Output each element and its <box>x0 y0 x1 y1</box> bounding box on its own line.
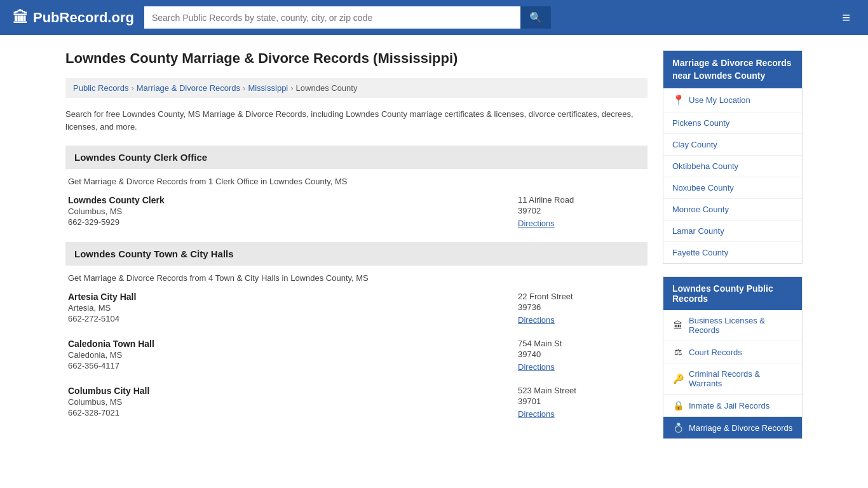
nearby-header: Marriage & Divorce Records near Lowndes … <box>663 51 802 88</box>
site-header: 🏛 PubRecord.org 🔍 ≡ <box>0 0 868 35</box>
table-row: Caledonia Town Hall Caledonia, MS 662-35… <box>65 339 648 372</box>
breadcrumb-sep-3: › <box>290 83 293 93</box>
page-title: Lowndes County Marriage & Divorce Record… <box>65 50 648 67</box>
main-content: Lowndes County Marriage & Divorce Record… <box>65 50 648 452</box>
use-my-location[interactable]: 📍 Use My Location <box>663 88 802 112</box>
breadcrumb-marriage-divorce[interactable]: Marriage & Divorce Records <box>137 83 240 93</box>
directions-link[interactable]: Directions <box>518 409 555 419</box>
criminal-records-link[interactable]: Criminal Records & Warrants <box>689 369 793 388</box>
record-city: Artesia, MS <box>68 303 518 313</box>
sidebar-item-noxubee-county[interactable]: Noxubee County <box>663 177 802 199</box>
menu-icon: ≡ <box>842 10 850 25</box>
table-row: Lowndes County Clerk Columbus, MS 662-32… <box>65 195 648 228</box>
breadcrumb-public-records[interactable]: Public Records <box>73 83 128 93</box>
record-phone: 662-356-4117 <box>68 361 518 370</box>
monroe-county-link[interactable]: Monroe County <box>672 205 729 214</box>
sidebar-item-criminal-records[interactable]: 🔑 Criminal Records & Warrants <box>663 363 802 395</box>
sidebar: Marriage & Divorce Records near Lowndes … <box>663 50 803 452</box>
record-street: 22 Front Street <box>518 292 645 301</box>
record-name: Caledonia Town Hall <box>68 339 518 349</box>
breadcrumb-sep-2: › <box>243 83 245 93</box>
record-zip: 39740 <box>518 349 645 359</box>
lamar-county-link[interactable]: Lamar County <box>672 226 724 236</box>
record-zip: 39701 <box>518 396 645 406</box>
clerk-office-header: Lowndes County Clerk Office <box>65 146 648 169</box>
sidebar-item-inmate-records[interactable]: 🔒 Inmate & Jail Records <box>663 395 802 417</box>
search-button[interactable]: 🔍 <box>520 6 551 29</box>
court-icon: ⚖ <box>672 347 684 357</box>
breadcrumb-current: Lowndes County <box>296 83 358 93</box>
page-content: Lowndes County Marriage & Divorce Record… <box>53 35 815 467</box>
sidebar-item-clay-county[interactable]: Clay County <box>663 134 802 156</box>
record-left: Artesia City Hall Artesia, MS 662-272-51… <box>68 292 518 325</box>
clerk-office-description: Get Marriage & Divorce Records from 1 Cl… <box>65 177 648 186</box>
marriage-icon: 💍 <box>672 423 684 433</box>
sidebar-item-marriage-divorce[interactable]: 💍 Marriage & Divorce Records <box>663 417 802 438</box>
record-zip: 39736 <box>518 302 645 312</box>
page-description: Search for free Lowndes County, MS Marri… <box>65 108 648 133</box>
sidebar-item-pickens-county[interactable]: Pickens County <box>663 112 802 134</box>
nearby-counties-box: Marriage & Divorce Records near Lowndes … <box>663 50 803 264</box>
criminal-icon: 🔑 <box>672 374 684 384</box>
logo-text: PubRecord.org <box>33 10 134 26</box>
location-icon: 📍 <box>672 94 685 106</box>
record-name: Artesia City Hall <box>68 292 518 302</box>
clay-county-link[interactable]: Clay County <box>672 140 717 149</box>
record-zip: 39702 <box>518 206 645 215</box>
record-left: Caledonia Town Hall Caledonia, MS 662-35… <box>68 339 518 372</box>
breadcrumb-mississippi[interactable]: Mississippi <box>248 83 288 93</box>
public-records-box: Lowndes County Public Records 🏛 Business… <box>663 276 803 439</box>
fayette-county-link[interactable]: Fayette County <box>672 248 728 257</box>
table-row: Columbus City Hall Columbus, MS 662-328-… <box>65 386 648 419</box>
record-city: Caledonia, MS <box>68 350 518 360</box>
inmate-records-link[interactable]: Inmate & Jail Records <box>689 401 770 410</box>
record-left: Columbus City Hall Columbus, MS 662-328-… <box>68 386 518 419</box>
search-input[interactable] <box>144 6 520 29</box>
breadcrumb: Public Records › Marriage & Divorce Reco… <box>65 78 648 98</box>
record-right: 11 Airline Road 39702 Directions <box>518 195 645 228</box>
record-street: 11 Airline Road <box>518 195 645 205</box>
record-name: Columbus City Hall <box>68 386 518 396</box>
record-city: Columbus, MS <box>68 207 518 216</box>
record-phone: 662-328-7021 <box>68 408 518 417</box>
record-right: 523 Main Street 39701 Directions <box>518 386 645 419</box>
sidebar-item-oktibbeha-county[interactable]: Oktibbeha County <box>663 156 802 177</box>
sidebar-item-lamar-county[interactable]: Lamar County <box>663 220 802 242</box>
search-container: 🔍 <box>144 6 551 29</box>
use-location-label: Use My Location <box>689 95 750 105</box>
business-icon: 🏛 <box>672 320 684 330</box>
breadcrumb-sep-1: › <box>131 83 133 93</box>
court-records-link[interactable]: Court Records <box>689 348 742 357</box>
building-icon: 🏛 <box>13 9 28 27</box>
record-phone: 662-329-5929 <box>68 217 518 227</box>
noxubee-county-link[interactable]: Noxubee County <box>672 183 734 193</box>
directions-link[interactable]: Directions <box>518 219 555 228</box>
directions-link[interactable]: Directions <box>518 362 555 372</box>
menu-button[interactable]: ≡ <box>837 7 855 29</box>
sidebar-item-business-licenses[interactable]: 🏛 Business Licenses & Records <box>663 310 802 341</box>
site-logo[interactable]: 🏛 PubRecord.org <box>13 9 134 27</box>
table-row: Artesia City Hall Artesia, MS 662-272-51… <box>65 292 648 325</box>
town-city-halls-header: Lowndes County Town & City Halls <box>65 242 648 266</box>
section-town-city-halls: Lowndes County Town & City Halls Get Mar… <box>65 242 648 419</box>
sidebar-item-fayette-county[interactable]: Fayette County <box>663 242 802 263</box>
town-city-halls-description: Get Marriage & Divorce Records from 4 To… <box>65 273 648 283</box>
pickens-county-link[interactable]: Pickens County <box>672 118 729 128</box>
sidebar-item-monroe-county[interactable]: Monroe County <box>663 199 802 220</box>
oktibbeha-county-link[interactable]: Oktibbeha County <box>672 161 738 171</box>
record-right: 22 Front Street 39736 Directions <box>518 292 645 325</box>
public-records-header: Lowndes County Public Records <box>663 277 802 310</box>
search-icon: 🔍 <box>529 12 542 23</box>
record-name: Lowndes County Clerk <box>68 195 518 205</box>
inmate-icon: 🔒 <box>672 400 684 410</box>
marriage-divorce-link[interactable]: Marriage & Divorce Records <box>689 423 792 433</box>
business-licenses-link[interactable]: Business Licenses & Records <box>689 316 793 335</box>
record-city: Columbus, MS <box>68 397 518 407</box>
section-clerk-office: Lowndes County Clerk Office Get Marriage… <box>65 146 648 228</box>
record-street: 523 Main Street <box>518 386 645 395</box>
sidebar-item-court-records[interactable]: ⚖ Court Records <box>663 341 802 363</box>
record-right: 754 Main St 39740 Directions <box>518 339 645 372</box>
record-left: Lowndes County Clerk Columbus, MS 662-32… <box>68 195 518 228</box>
record-street: 754 Main St <box>518 339 645 348</box>
directions-link[interactable]: Directions <box>518 315 555 325</box>
